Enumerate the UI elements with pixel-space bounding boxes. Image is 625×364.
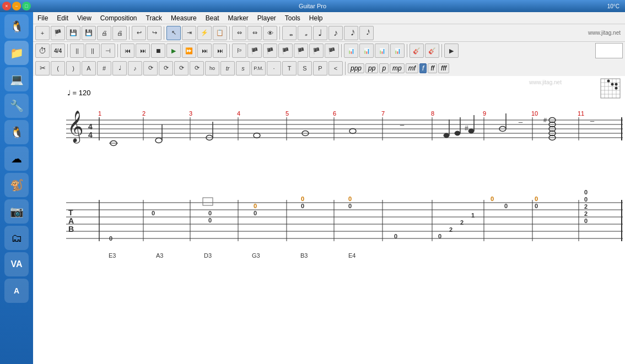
btn-bend2[interactable]: ⟳	[159, 61, 173, 75]
btn-barline[interactable]: ⊣	[101, 44, 115, 58]
btn-end[interactable]: ⏭	[213, 44, 227, 58]
dyn-mf[interactable]: mf	[406, 63, 418, 73]
btn-guitar2[interactable]: 🎸	[425, 44, 439, 58]
minimize-button[interactable]: −	[12, 2, 21, 10]
btn-trill[interactable]: tr	[220, 61, 235, 75]
btn-dot[interactable]: ·	[267, 61, 281, 75]
sidebar-icon-penguin[interactable]: 🐧	[4, 120, 29, 144]
btn-flag4[interactable]: 🏴	[278, 44, 293, 58]
btn-16th[interactable]: 𝅘𝅥𝅯	[344, 26, 358, 40]
btn-flag5[interactable]: 🏴	[294, 44, 308, 58]
btn-ho[interactable]: ho	[205, 61, 219, 75]
btn-select[interactable]: ⇥	[182, 26, 196, 40]
menu-tools[interactable]: Tools	[281, 13, 305, 23]
dyn-f[interactable]: f	[419, 63, 427, 73]
btn-metronome[interactable]: ⏱	[35, 44, 50, 58]
btn-flag6[interactable]: 🏴	[309, 44, 324, 58]
sidebar-icon-cloud[interactable]: ☁	[4, 146, 29, 171]
btn-new[interactable]: +	[35, 26, 50, 40]
btn-print[interactable]: 🖨	[97, 26, 111, 40]
btn-32nd[interactable]: 𝅘𝅥𝅰	[359, 26, 374, 40]
btn-score2[interactable]: 📊	[359, 44, 374, 58]
menu-help[interactable]: Help	[305, 13, 327, 23]
btn-slide[interactable]: s	[236, 61, 250, 75]
dyn-fff[interactable]: fff	[438, 63, 449, 73]
sidebar-icon-font2[interactable]: A	[4, 279, 29, 303]
btn-ff[interactable]: ⏩	[182, 44, 196, 58]
btn-note2[interactable]: ♪	[128, 61, 142, 75]
sidebar-icon-files[interactable]: 📁	[4, 41, 29, 65]
dyn-ff[interactable]: ff	[428, 63, 437, 73]
btn-redo[interactable]: ↪	[147, 26, 161, 40]
btn-eraser[interactable]: ⚡	[197, 26, 212, 40]
sidebar-icon-terminal[interactable]: 💻	[4, 67, 29, 91]
menu-measure[interactable]: Measure	[166, 13, 201, 23]
btn-print2[interactable]: 🖨	[112, 26, 127, 40]
btn-cursor[interactable]: ↖	[166, 26, 181, 40]
btn-view[interactable]: 👁	[263, 26, 277, 40]
btn-slap[interactable]: S	[298, 61, 312, 75]
sidebar-icon-font1[interactable]: VA	[4, 252, 29, 276]
btn-score4[interactable]: 📊	[390, 44, 405, 58]
dyn-pp[interactable]: pp	[365, 63, 378, 73]
sidebar-icon-monkey[interactable]: 🐒	[4, 173, 29, 197]
btn-save[interactable]: 💾	[66, 26, 80, 40]
btn-playback[interactable]: ▶	[444, 44, 459, 58]
btn-score1[interactable]: 📊	[344, 44, 358, 58]
sidebar-icon-folder[interactable]: 🗂	[4, 226, 29, 250]
btn-quarter[interactable]: ♩	[313, 26, 327, 40]
sidebar-icon-camera[interactable]: 📷	[4, 199, 29, 224]
btn-bend4[interactable]: ⟳	[190, 61, 204, 75]
btn-staff1[interactable]: ||	[70, 44, 84, 58]
btn-score3[interactable]: 📊	[375, 44, 389, 58]
btn-paren-close[interactable]: )	[66, 61, 80, 75]
btn-tap[interactable]: T	[282, 61, 297, 75]
btn-chevron[interactable]: <	[328, 61, 343, 75]
btn-save2[interactable]: 💾	[82, 26, 96, 40]
btn-play[interactable]: ▶	[166, 44, 181, 58]
btn-bend3[interactable]: ⟳	[174, 61, 188, 75]
btn-staff2[interactable]: ||	[85, 44, 100, 58]
sidebar-icon-home[interactable]: 🐧	[4, 14, 29, 39]
btn-flag[interactable]: 🏴	[51, 26, 65, 40]
btn-stop[interactable]: ⏹	[151, 44, 165, 58]
btn-sharp[interactable]: #	[97, 61, 111, 75]
dyn-mp[interactable]: mp	[390, 63, 405, 73]
menu-track[interactable]: Track	[142, 13, 167, 23]
btn-whole[interactable]: 𝅝	[282, 26, 297, 40]
menu-file[interactable]: File	[33, 13, 52, 23]
btn-bend1[interactable]: ⟳	[143, 61, 158, 75]
menu-player[interactable]: Player	[253, 13, 281, 23]
btn-paren-open[interactable]: (	[51, 61, 65, 75]
btn-timesig[interactable]: 4/4	[51, 44, 65, 58]
btn-copy[interactable]: 📋	[213, 26, 227, 40]
btn-eighth[interactable]: ♪	[328, 26, 343, 40]
btn-cut[interactable]: ✂	[35, 61, 50, 75]
menu-composition[interactable]: Composition	[96, 13, 142, 23]
dyn-ppp[interactable]: ppp	[348, 63, 364, 73]
btn-rewind[interactable]: ⏮	[120, 44, 134, 58]
btn-undo[interactable]: ↩	[132, 26, 146, 40]
menu-marker[interactable]: Marker	[223, 13, 252, 23]
btn-next[interactable]: ⏭	[197, 44, 212, 58]
btn-guitar1[interactable]: 🎸	[410, 44, 424, 58]
sidebar-icon-settings[interactable]: 🔧	[4, 94, 29, 118]
menu-edit[interactable]: Edit	[52, 13, 73, 23]
btn-prev[interactable]: ⏭	[136, 44, 150, 58]
btn-flag2[interactable]: 🏴	[247, 44, 262, 58]
btn-flag3[interactable]: 🏴	[263, 44, 277, 58]
dyn-p[interactable]: p	[379, 63, 389, 73]
btn-pop[interactable]: P	[313, 61, 327, 75]
btn-accel[interactable]: A	[82, 61, 96, 75]
chord-diagram[interactable]	[595, 43, 623, 58]
btn-flag7[interactable]: 🏴	[325, 44, 339, 58]
menu-view[interactable]: View	[73, 13, 96, 23]
close-button[interactable]: ×	[2, 2, 11, 10]
btn-flag1[interactable]: 🏳	[232, 44, 246, 58]
btn-note1[interactable]: ♩	[112, 61, 127, 75]
maximize-button[interactable]: □	[22, 2, 31, 10]
btn-pm[interactable]: P.M.	[251, 61, 266, 75]
btn-zoom-in[interactable]: ⇔	[247, 26, 262, 40]
menu-beat[interactable]: Beat	[201, 13, 224, 23]
btn-zoom-out[interactable]: ⇔	[232, 26, 246, 40]
